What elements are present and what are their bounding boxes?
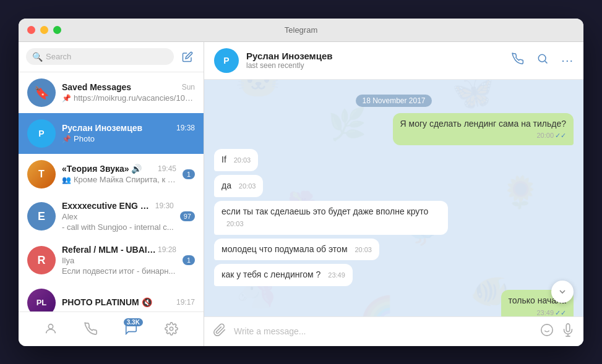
search-icon: 🔍 [32,52,43,62]
chat-preview-teoriya: Кроме Майка Спирита, к нам... [74,175,176,184]
maximize-button[interactable] [53,26,61,34]
chat-name-photo: PHOTO PLATINUM 🔇 [62,297,152,307]
svg-point-1 [170,327,173,331]
chat-list: 🔖 Saved Messages Sun 📌 https://moikrug.r… [19,72,204,311]
avatar-ruslan: Р [27,119,56,148]
svg-point-0 [49,324,53,329]
bubble-2: If 20:03 [214,149,258,171]
chat-header: Р Руслан Иноземцев last seen recently [204,42,583,80]
chat-time-ruslan: 19:38 [176,124,195,132]
chat-name-ruslan: Руслан Иноземцев [62,123,142,133]
date-divider-1: 18 November 2017 [214,95,574,106]
avatar-exxxecutive: E [27,202,56,231]
bubble-check-7: ✓✓ [555,308,566,316]
chat-time-teoriya: 19:45 [158,164,176,173]
bubble-3: да 20:03 [214,175,263,197]
emoji-button[interactable] [540,323,554,340]
chat-time-photo: 19:17 [176,298,195,307]
bubble-time-3: 20:03 [239,182,256,190]
chat-item-exxxecutive[interactable]: E Exxxxecutive ENG & Pl... 19:30 Alex - … [19,195,204,239]
chat-preview-sub-referal: Ilya [62,256,74,265]
message-row-7: только начала 23:49 ✓✓ [214,290,574,316]
bubble-4: если ты так сделаешь это будет даже впол… [214,201,448,235]
window-title: Telegram [285,25,317,35]
chat-preview2-referal: Если подвести итог - бинарн... [62,266,175,276]
message-row-4: если ты так сделаешь это будет даже впол… [214,201,574,235]
sidebar: 🔍 🔖 Sav [19,42,204,346]
bubble-time-7: 23:49 [536,308,554,316]
message-row-1: Я могу сделать лендинг сама на тильде? 2… [214,113,574,146]
call-button[interactable] [512,53,524,68]
more-options-button[interactable]: ··· [561,53,574,67]
chat-item-saved[interactable]: 🔖 Saved Messages Sun 📌 https://moikrug.r… [19,72,204,113]
message-row-3: да 20:03 [214,175,574,197]
message-row-2: If 20:03 [214,149,574,171]
group-icon-teoriya: 👥 [62,176,71,184]
main-content: 🔍 🔖 Sav [19,42,583,346]
chat-info-photo: PHOTO PLATINUM 🔇 19:17 [62,297,195,308]
nav-contacts[interactable] [44,322,58,336]
chat-name-teoriya: «Теория Звука» 🔊 [62,164,142,174]
scroll-down-button[interactable] [551,281,574,303]
chat-header-name: Руслан Иноземцев [246,51,504,61]
nav-calls[interactable] [84,322,98,336]
bubble-1: Я могу сделать лендинг сама на тильде? 2… [393,113,574,146]
bubble-time-1: 20:00 [536,131,554,140]
search-input[interactable] [26,48,174,65]
pin-icon-saved: 📌 [62,94,71,103]
message-row-6: как у тебя с лендингом ? 23:49 [214,264,574,286]
sidebar-bottom-nav: 3.3K [19,311,204,346]
message-input[interactable] [234,326,533,336]
chat-info-saved: Saved Messages Sun 📌 https://moikrug.ru/… [62,82,195,103]
chat-item-teoriya[interactable]: T «Теория Звука» 🔊 19:45 👥 Кроме Майка С… [19,154,204,195]
bubble-time-4: 20:03 [226,220,244,227]
chat-time-referal: 19:28 [158,245,176,254]
chat-area: 🐱 🌿 🦋 🌺 🐦 🌻 🦄 🌈 🐠 Р Руслан Иноземцев las… [204,42,583,346]
chat-preview-saved: https://moikrug.ru/vacancies/1000047258 [74,93,195,103]
svg-line-12 [545,61,548,64]
chat-header-info: Руслан Иноземцев last seen recently [246,51,504,70]
avatar-photo: PL [27,289,56,311]
attach-button[interactable] [213,323,226,340]
svg-point-13 [541,324,553,335]
chat-info-referal: Referal / MLM - UBAI 🔇 19:28 Ilya Если п… [62,245,176,276]
chat-time-exxxecutive: 19:30 [155,201,174,210]
chat-info-teoriya: «Теория Звука» 🔊 19:45 👥 Кроме Майка Спи… [62,164,176,184]
bubble-6: как у тебя с лендингом ? 23:49 [214,264,353,286]
chat-item-ruslan[interactable]: Р Руслан Иноземцев 19:38 📌 Photo [19,113,204,154]
avatar-teoriya: T [27,160,56,188]
avatar-saved: 🔖 [27,78,56,107]
chat-header-status: last seen recently [246,61,504,70]
search-chat-button[interactable] [536,53,549,68]
chat-item-photo[interactable]: PL PHOTO PLATINUM 🔇 19:17 [19,282,204,311]
minimize-button[interactable] [40,26,48,34]
bubble-check-1: ✓✓ [555,131,566,140]
chat-info-ruslan: Руслан Иноземцев 19:38 📌 Photo [62,123,195,143]
chat-preview2-exxxecutive: - call with Sungjoo - internal c... [62,222,174,232]
messages-area: 18 November 2017 Я могу сделать лендинг … [204,80,583,316]
unread-badge-referal: 1 [183,255,195,265]
message-row-5: молодец что подумала об этом 20:03 [214,239,574,261]
chat-header-avatar: Р [214,48,239,73]
mic-button[interactable] [561,323,575,340]
compose-button[interactable] [179,48,196,66]
close-button[interactable] [27,26,35,34]
chat-input-area [204,316,583,346]
app-window: Telegram 🔍 🔖 [19,19,583,346]
svg-point-11 [539,54,546,62]
bubble-time-5: 20:03 [355,246,372,253]
chat-name-referal: Referal / MLM - UBAI 🔇 [62,245,158,255]
unread-badge-teoriya: 1 [183,169,195,179]
bubble-time-2: 20:03 [234,156,251,164]
chat-header-actions: ··· [512,53,574,68]
pin-icon-ruslan: 📌 [62,135,71,143]
bubble-time-6: 23:49 [328,271,345,279]
chat-preview-ruslan: Photo [74,134,95,143]
chats-badge: 3.3K [124,318,143,326]
chat-info-exxxecutive: Exxxxecutive ENG & Pl... 19:30 Alex - ca… [62,201,174,232]
unread-badge-exxxecutive: 97 [180,211,195,221]
chat-item-referal[interactable]: R Referal / MLM - UBAI 🔇 19:28 Ilya Если… [19,239,204,282]
nav-chats[interactable]: 3.3K [124,322,138,336]
nav-settings[interactable] [165,322,178,336]
chat-name-saved: Saved Messages [62,82,131,92]
